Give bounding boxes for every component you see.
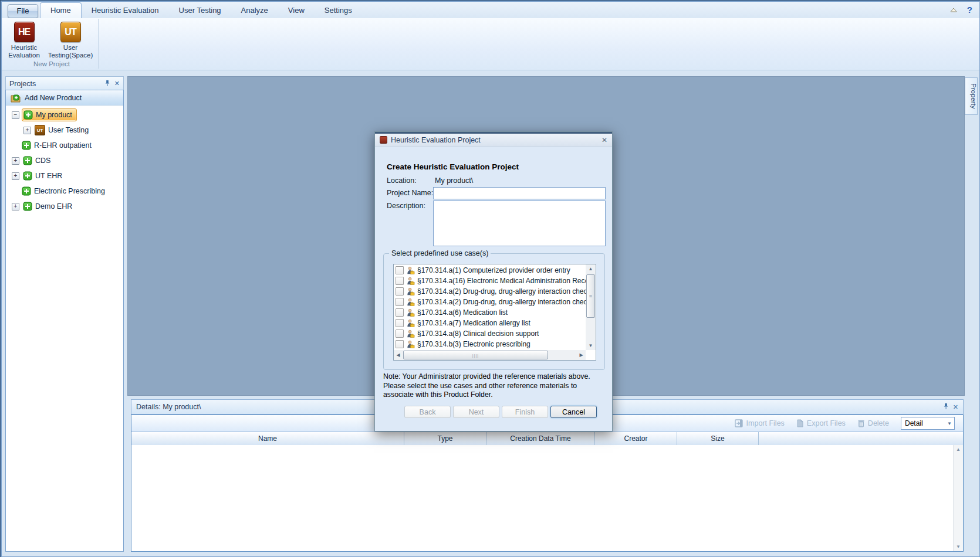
view-mode-dropdown[interactable]: Detail ▼: [901, 417, 955, 430]
scroll-up-icon[interactable]: ▲: [956, 447, 961, 452]
import-files-icon: [735, 419, 744, 427]
expand-expander-icon[interactable]: +: [12, 203, 19, 210]
dialog-title-bar[interactable]: Heuristic Evaluation Project ✕: [375, 132, 612, 147]
dialog-heading: Create Heuristic Evaluation Project: [387, 162, 519, 171]
add-new-product-label: Add New Product: [25, 94, 82, 102]
expand-expander-icon[interactable]: +: [23, 127, 31, 134]
next-button[interactable]: Next: [453, 406, 499, 418]
scroll-right-icon[interactable]: ▶: [577, 350, 586, 360]
tab-settings[interactable]: Settings: [315, 3, 362, 18]
tab-user-testing[interactable]: User Testing: [169, 3, 231, 18]
list-horizontal-scrollbar[interactable]: ◀ |||| ▶: [394, 350, 586, 360]
tree-item-demo-ehr[interactable]: + Demo EHR: [6, 199, 123, 214]
use-case-person-folder-icon: [406, 277, 415, 286]
column-header-filler: [759, 432, 963, 445]
tree-item-electronic-prescribing[interactable]: Electronic Prescribing: [6, 184, 123, 199]
use-case-item[interactable]: §170.314.a(1) Computerized provider orde…: [394, 265, 586, 276]
project-name-label: Project Name:*: [387, 189, 436, 197]
pin-icon[interactable]: [104, 80, 110, 88]
finish-button[interactable]: Finish: [502, 406, 548, 418]
product-icon: [22, 141, 31, 150]
checkbox[interactable]: [396, 340, 404, 348]
property-tab[interactable]: Property: [965, 77, 978, 115]
use-case-label: §170.314.a(16) Electronic Medical Admini…: [417, 277, 586, 285]
new-heuristic-evaluation-button[interactable]: HE Heuristic Evaluation: [5, 21, 43, 59]
use-case-person-folder-icon: [406, 287, 415, 296]
cancel-button[interactable]: Cancel: [550, 406, 597, 418]
delete-button[interactable]: Delete: [857, 419, 889, 427]
heuristic-evaluation-project-dialog: Heuristic Evaluation Project ✕ Create He…: [374, 131, 613, 432]
tab-home[interactable]: Home: [40, 2, 82, 19]
export-files-button[interactable]: Export Files: [796, 419, 846, 427]
new-user-testing-button[interactable]: UT User Testing(Space): [43, 21, 98, 59]
product-icon: [23, 202, 32, 211]
close-icon[interactable]: ✕: [953, 403, 958, 411]
use-case-label: §170.314.a(7) Medication allergy list: [417, 319, 530, 327]
checkbox[interactable]: [396, 277, 404, 285]
scroll-down-icon[interactable]: ▼: [586, 341, 596, 350]
checkbox[interactable]: [396, 308, 404, 317]
use-case-item[interactable]: §170.314.b(3) Electronic prescribing: [394, 339, 586, 349]
description-textarea[interactable]: [433, 201, 606, 246]
checkbox[interactable]: [396, 298, 404, 306]
checkbox[interactable]: [396, 266, 404, 274]
scrollbar-thumb[interactable]: ≡: [586, 274, 595, 318]
checkbox[interactable]: [396, 287, 404, 296]
use-case-item[interactable]: §170.314.a(7) Medication allergy list: [394, 318, 586, 328]
column-header-size[interactable]: Size: [677, 432, 759, 445]
dialog-close-icon[interactable]: ✕: [601, 136, 607, 144]
tree-item-my-product[interactable]: − My product: [6, 107, 123, 123]
tab-analyze[interactable]: Analyze: [231, 3, 278, 18]
tab-heuristic-evaluation[interactable]: Heuristic Evaluation: [82, 3, 169, 18]
scroll-left-icon[interactable]: ◀: [394, 350, 403, 360]
column-header-name[interactable]: Name: [131, 432, 404, 445]
use-case-label: §170.314.a(1) Computerized provider orde…: [417, 266, 570, 274]
column-header-type[interactable]: Type: [404, 432, 486, 445]
tree-item-r-ehr-outpatient[interactable]: R-EHR outpatient: [6, 138, 123, 153]
use-cases-listbox: §170.314.a(1) Computerized provider orde…: [393, 264, 596, 361]
expand-expander-icon[interactable]: +: [12, 172, 19, 180]
scrollbar-thumb[interactable]: ||||: [403, 351, 548, 359]
selected-tree-item[interactable]: My product: [22, 108, 77, 121]
project-name-input[interactable]: [433, 187, 606, 199]
close-icon[interactable]: ✕: [114, 80, 120, 87]
tree-item-user-testing[interactable]: + UT User Testing: [6, 123, 123, 138]
use-case-person-folder-icon: [406, 340, 415, 349]
expander-spacer: [12, 142, 18, 149]
tab-view[interactable]: View: [278, 3, 315, 18]
use-case-item[interactable]: §170.314.a(2) Drug-drug, drug-allergy in…: [394, 297, 586, 307]
column-header-creator[interactable]: Creator: [595, 432, 677, 445]
file-menu-button[interactable]: File: [8, 4, 38, 18]
use-case-item[interactable]: §170.314.a(16) Electronic Medical Admini…: [394, 276, 586, 286]
tree-item-cds[interactable]: + CDS: [6, 153, 123, 168]
use-case-person-folder-icon: [406, 330, 415, 338]
button-label-line2: Testing(Space): [43, 52, 98, 59]
pin-icon[interactable]: [943, 403, 949, 411]
vertical-scrollbar[interactable]: ▲ ▼: [953, 445, 963, 551]
checkbox[interactable]: [396, 319, 404, 327]
scroll-down-icon[interactable]: ▼: [956, 544, 961, 549]
import-files-button[interactable]: Import Files: [735, 419, 785, 427]
column-header-creation-data-time[interactable]: Creation Data Time: [486, 432, 595, 445]
description-label: Description:: [387, 202, 425, 210]
add-new-product-button[interactable]: Add New Product: [6, 90, 123, 106]
use-cases-group-label: Select predefined use case(s): [389, 249, 491, 257]
use-case-item[interactable]: §170.314.a(6) Medication list: [394, 307, 586, 318]
list-vertical-scrollbar[interactable]: ▲ ≡ ▼: [586, 264, 596, 350]
tree-item-ut-ehr[interactable]: + UT EHR: [6, 168, 123, 184]
collapse-ribbon-icon[interactable]: [949, 6, 958, 13]
back-button[interactable]: Back: [404, 406, 451, 418]
use-case-item[interactable]: §170.314.a(8) Clinical decision support: [394, 328, 586, 339]
use-case-item[interactable]: §170.314.a(2) Drug-drug, drug-allergy in…: [394, 286, 586, 297]
use-case-person-folder-icon: [406, 319, 415, 328]
help-icon[interactable]: ?: [967, 6, 972, 14]
delete-label: Delete: [868, 419, 889, 427]
expand-expander-icon[interactable]: +: [12, 157, 19, 165]
projects-panel: Projects ✕ Add New Product − My product: [5, 76, 124, 552]
export-files-label: Export Files: [807, 419, 846, 427]
add-product-icon: [11, 93, 21, 103]
ribbon-group-new-project: HE Heuristic Evaluation UT User Testing(…: [5, 19, 99, 69]
scroll-up-icon[interactable]: ▲: [586, 264, 596, 273]
checkbox[interactable]: [396, 330, 404, 338]
collapse-expander-icon[interactable]: −: [12, 111, 19, 119]
